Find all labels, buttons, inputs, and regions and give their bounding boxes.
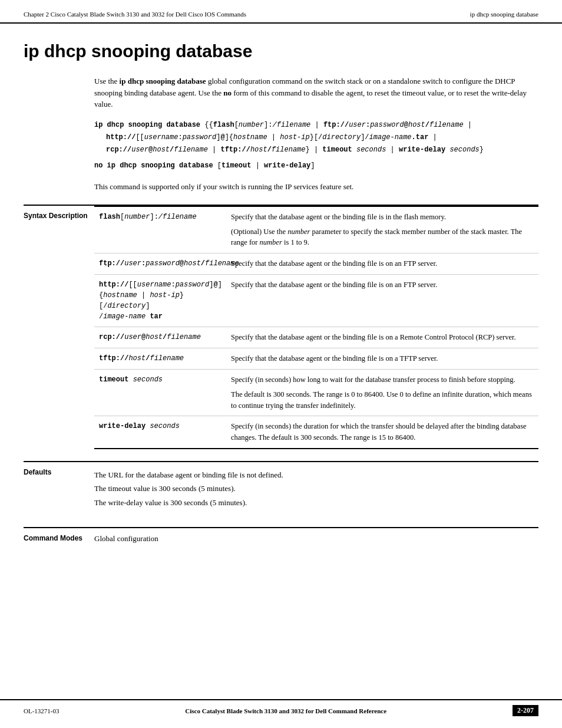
cmd-line-no: no ip dhcp snooping database [timeout | … — [94, 160, 538, 172]
syntax-term-rcp: rcp://user@host/filename — [94, 327, 224, 348]
syntax-row-timeout: timeout seconds Specify (in seconds) how… — [94, 370, 538, 416]
intro-no-keyword: no — [223, 88, 232, 97]
syntax-desc-ftp: Specify that the database agent or the b… — [224, 253, 538, 274]
header-section: ip dhcp snooping database — [470, 11, 538, 18]
defaults-section: Defaults The URL for the database agent … — [24, 461, 538, 515]
syntax-desc-http: Specify that the database agent or the b… — [224, 275, 538, 327]
syntax-row-rcp: rcp://user@host/filename Specify that th… — [94, 327, 538, 348]
command-syntax-block: ip dhcp snooping database {{flash[number… — [94, 120, 538, 172]
footer-doc-number: OL-13271-03 — [24, 707, 59, 714]
syntax-term-http: http://[[username:password]@] {hostname … — [94, 275, 224, 327]
syntax-desc-tftp: Specify that the database agent or the b… — [224, 348, 538, 369]
supported-text: This command is supported only if your s… — [94, 181, 538, 193]
syntax-desc-rcp: Specify that the database agent or the b… — [224, 327, 538, 348]
syntax-table: flash[number]:/filename Specify that the… — [94, 206, 538, 449]
defaults-label: Defaults — [24, 462, 94, 515]
syntax-row-write-delay: write-delay seconds Specify (in seconds)… — [94, 416, 538, 448]
cmd-line-2: http://[[username:password]@]{hostname |… — [106, 132, 538, 143]
syntax-term-write-delay: write-delay seconds — [94, 416, 224, 448]
syntax-desc-flash: Specify that the database agent or the b… — [224, 207, 538, 253]
syntax-term-timeout: timeout seconds — [94, 370, 224, 416]
command-modes-content: Global configuration — [94, 528, 538, 549]
defaults-content: The URL for the database agent or bindin… — [94, 462, 538, 515]
syntax-term-tftp: tftp://host/filename — [94, 348, 224, 369]
syntax-section-row: Syntax Description flash[number]:/filena… — [24, 206, 538, 449]
page-footer: OL-13271-03 Cisco Catalyst Blade Switch … — [0, 699, 562, 716]
intro-bold-cmd: ip dhcp snooping database — [120, 77, 206, 85]
page-title: ip dhcp snooping database — [24, 41, 538, 61]
cmd-line-3: rcp://user@host/filename | tftp://host/f… — [106, 144, 538, 156]
default-line-1: The URL for the database agent or bindin… — [94, 468, 538, 482]
syntax-term-flash: flash[number]:/filename — [94, 207, 224, 253]
syntax-row-tftp: tftp://host/filename Specify that the da… — [94, 348, 538, 370]
command-modes-section: Command Modes Global configuration — [24, 527, 538, 549]
page: Chapter 2 Cisco Catalyst Blade Switch 31… — [0, 0, 562, 728]
syntax-description-label: Syntax Description — [24, 206, 94, 449]
syntax-row-ftp: ftp://user:password@host/filename Specif… — [94, 253, 538, 275]
footer-title: Cisco Catalyst Blade Switch 3130 and 303… — [59, 707, 513, 714]
header-chapter: Chapter 2 Cisco Catalyst Blade Switch 31… — [24, 11, 246, 18]
main-content: ip dhcp snooping database Use the ip dhc… — [0, 24, 562, 597]
default-line-2: The timeout value is 300 seconds (5 minu… — [94, 482, 538, 495]
cmd-line-1: ip dhcp snooping database {{flash[number… — [94, 120, 538, 131]
syntax-description-section: Syntax Description flash[number]:/filena… — [24, 205, 538, 449]
syntax-row-flash: flash[number]:/filename Specify that the… — [94, 207, 538, 253]
default-line-3: The write-delay value is 300 seconds (5 … — [94, 496, 538, 509]
page-header: Chapter 2 Cisco Catalyst Blade Switch 31… — [0, 0, 562, 24]
syntax-desc-timeout: Specify (in seconds) how long to wait fo… — [224, 370, 538, 416]
syntax-term-ftp: ftp://user:password@host/filename — [94, 253, 224, 274]
syntax-desc-write-delay: Specify (in seconds) the duration for wh… — [224, 416, 538, 448]
intro-paragraph: Use the ip dhcp snooping database global… — [94, 75, 538, 110]
syntax-row-http: http://[[username:password]@] {hostname … — [94, 275, 538, 327]
command-modes-label: Command Modes — [24, 528, 94, 549]
footer-page-number: 2-207 — [513, 705, 538, 716]
